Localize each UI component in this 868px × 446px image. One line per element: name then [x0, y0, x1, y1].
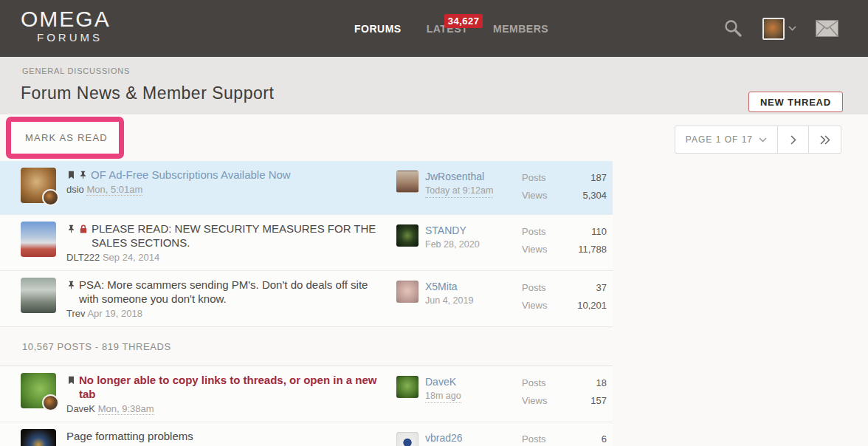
thread-title-link[interactable]: OF Ad-Free Subscriptions Available Now — [91, 168, 291, 182]
annotation-highlight: MARK AS READ — [6, 117, 124, 159]
views-value: 157 — [590, 395, 607, 407]
posts-label: Posts — [522, 377, 546, 389]
thread-author[interactable]: dsio — [66, 184, 84, 195]
last-page-button[interactable] — [808, 126, 841, 153]
thread-start-date: Sep 24, 2014 — [103, 252, 159, 263]
bookmark-icon — [66, 375, 76, 385]
posts-value: 110 — [591, 226, 607, 238]
latest-count-badge: 34,627 — [444, 14, 483, 28]
thread-title-link[interactable]: No longer able to copy links to threads,… — [79, 373, 384, 401]
thread-main: PSA: More scammers sending PM's. Don't d… — [66, 278, 384, 320]
last-post-user[interactable]: STANDY — [425, 224, 480, 237]
pin-icon — [66, 280, 76, 290]
top-nav-bar: OMEGA FORUMS FORUMS LATEST 34,627 MEMBER… — [0, 0, 868, 57]
messages-icon[interactable] — [816, 20, 838, 37]
forum-page: OMEGA FORUMS FORUMS LATEST 34,627 MEMBER… — [0, 0, 868, 446]
list-meta: 10,567 POSTS - 819 THREADS — [0, 327, 613, 366]
site-logo[interactable]: OMEGA FORUMS — [21, 7, 111, 44]
nav-item-members[interactable]: MEMBERS — [493, 23, 548, 35]
thread-stats: Posts37 Views10,201 — [522, 278, 607, 318]
pin-icon — [66, 224, 76, 234]
last-post-user[interactable]: JwRosenthal — [425, 171, 493, 183]
thread-author-avatar[interactable] — [21, 429, 56, 446]
nav-item-forums[interactable]: FORUMS — [354, 23, 402, 35]
search-icon[interactable] — [723, 18, 743, 38]
pin-icon — [78, 170, 88, 180]
thread-author[interactable]: DLT222 — [66, 252, 100, 263]
chevron-double-right-icon — [820, 135, 830, 145]
thread-main: Page formatting problems WurstEver Today… — [66, 429, 384, 446]
thread-stats: Posts6 Views105 — [522, 429, 607, 446]
views-value: 5,304 — [582, 190, 607, 202]
last-post: X5Mita Jun 4, 2019 — [396, 278, 522, 307]
breadcrumb[interactable]: GENERAL DISCUSSIONS — [22, 66, 130, 75]
thread-icons — [66, 222, 89, 234]
thread-start-date: Apr 19, 2018 — [87, 308, 142, 319]
main-nav: FORUMS LATEST 34,627 MEMBERS — [354, 0, 548, 57]
bookmark-icon — [66, 170, 76, 180]
last-post: STANDY Feb 28, 2020 — [396, 222, 522, 251]
thread-author-avatar[interactable] — [21, 168, 56, 203]
thread-main: No longer able to copy links to threads,… — [66, 373, 384, 415]
views-value: 11,788 — [578, 244, 607, 255]
last-post-date: Today at 9:12am — [425, 185, 493, 198]
thread-main: OF Ad-Free Subscriptions Available Now d… — [66, 168, 384, 196]
thread-stats: Posts187 Views5,304 — [522, 168, 607, 207]
views-value: 10,201 — [577, 300, 607, 312]
thread-byline: dsio Mon, 5:01am — [66, 183, 384, 196]
thread-author-avatar[interactable] — [21, 222, 56, 257]
page-selector[interactable]: PAGE 1 OF 17 — [675, 126, 777, 153]
last-post-user[interactable]: X5Mita — [425, 281, 473, 293]
last-post-user[interactable]: DaveK — [425, 376, 461, 388]
header-actions — [723, 0, 838, 57]
posts-value: 37 — [596, 282, 607, 294]
thread-row[interactable]: No longer able to copy links to threads,… — [0, 366, 613, 422]
thread-title-link[interactable]: Page formatting problems — [66, 429, 193, 443]
posts-value: 18 — [596, 377, 607, 389]
avatar — [21, 278, 56, 313]
posts-label: Posts — [522, 226, 546, 238]
last-post-date: Feb 28, 2020 — [425, 239, 480, 251]
last-post-avatar[interactable] — [396, 432, 418, 446]
mark-as-read-button[interactable]: MARK AS READ — [11, 132, 108, 143]
logo-text-secondary: FORUMS — [37, 31, 111, 44]
user-menu[interactable] — [762, 18, 796, 40]
last-post-avatar[interactable] — [396, 224, 418, 247]
thread-row[interactable]: PLEASE READ: NEW SECURITY MEASURES FOR T… — [0, 215, 613, 271]
posts-value: 6 — [602, 433, 607, 445]
nav-item-latest[interactable]: LATEST 34,627 — [427, 23, 468, 35]
lock-icon — [78, 224, 89, 234]
user-avatar — [762, 18, 785, 40]
thread-stats: Posts18 Views157 — [522, 373, 607, 413]
last-post-avatar[interactable] — [396, 376, 418, 398]
thread-title-link[interactable]: PSA: More scammers sending PM's. Don't d… — [79, 278, 384, 306]
chevron-down-icon — [759, 137, 767, 143]
chevron-down-icon — [788, 26, 796, 31]
views-label: Views — [522, 300, 547, 312]
views-label: Views — [522, 395, 547, 407]
mini-avatar — [42, 394, 59, 411]
thread-title-link[interactable]: PLEASE READ: NEW SECURITY MEASURES FOR T… — [92, 222, 384, 250]
last-post-user[interactable]: vbrad26 — [425, 432, 493, 445]
new-thread-button[interactable]: NEW THREAD — [748, 92, 843, 112]
posts-label: Posts — [522, 282, 546, 294]
views-label: Views — [522, 244, 547, 255]
thread-row[interactable]: Page formatting problems WurstEver Today… — [0, 422, 613, 446]
thread-byline: DaveK Mon, 9:38am — [66, 402, 384, 415]
thread-start-date: Mon, 9:38am — [98, 403, 154, 415]
last-post-avatar[interactable] — [396, 171, 418, 193]
thread-icons — [66, 278, 76, 290]
thread-author-avatar[interactable] — [21, 278, 56, 313]
next-page-button[interactable] — [777, 126, 808, 153]
thread-author[interactable]: DaveK — [66, 403, 95, 414]
logo-text-primary: OMEGA — [21, 7, 111, 31]
thread-icons — [66, 373, 76, 385]
thread-author-avatar[interactable] — [21, 373, 56, 408]
last-post-avatar[interactable] — [396, 281, 418, 303]
thread-row[interactable]: PSA: More scammers sending PM's. Don't d… — [0, 271, 613, 327]
thread-stats: Posts110 Views11,788 — [522, 222, 607, 261]
last-post: vbrad26 Today at 8:43am — [396, 429, 522, 446]
page-header-band: GENERAL DISCUSSIONS Forum News & Member … — [0, 57, 868, 114]
thread-author[interactable]: Trev — [66, 308, 86, 319]
thread-row[interactable]: OF Ad-Free Subscriptions Available Now d… — [0, 161, 613, 215]
